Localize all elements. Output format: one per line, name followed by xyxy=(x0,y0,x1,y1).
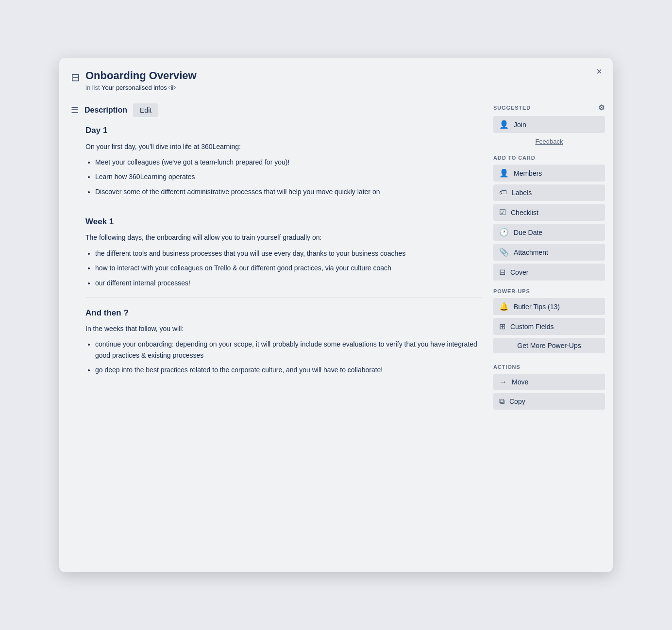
checklist-icon: ☑ xyxy=(499,208,506,217)
move-icon: → xyxy=(499,378,507,386)
join-label: Join xyxy=(514,121,526,129)
cover-icon: ⊟ xyxy=(499,267,505,277)
subtitle-prefix: in list xyxy=(85,84,100,92)
copy-button[interactable]: ⧉ Copy xyxy=(493,393,605,410)
list-link[interactable]: Your personalised infos xyxy=(101,84,167,92)
members-button[interactable]: 👤 Members xyxy=(493,165,605,182)
actions-section-title: ACTIONS xyxy=(493,364,605,370)
power-ups-section-title: POWER-UPS xyxy=(493,288,605,294)
section-andthen-intro: In the weeks that follow, you will: xyxy=(85,323,482,334)
get-more-button[interactable]: Get More Power-Ups xyxy=(493,338,605,353)
description-header: ☰ Description Edit xyxy=(71,103,482,117)
list-item: how to interact with your colleagues on … xyxy=(95,263,482,273)
custom-fields-button[interactable]: ⊞ Custom Fields xyxy=(493,318,605,335)
list-item: Learn how 360Learning operates xyxy=(95,171,482,182)
attachment-icon: 📎 xyxy=(499,248,509,257)
sidebar: SUGGESTED ⚙ 👤 Join Feedback ADD TO CARD … xyxy=(493,103,605,561)
divider xyxy=(85,297,482,298)
close-button[interactable]: × xyxy=(592,65,606,78)
copy-icon: ⧉ xyxy=(499,397,504,406)
clock-icon: 🕐 xyxy=(499,228,509,237)
actions-label: ACTIONS xyxy=(493,364,521,370)
modal-body: ☰ Description Edit Day 1 On your first d… xyxy=(71,103,605,561)
copy-label: Copy xyxy=(509,398,525,405)
butler-icon: 🔔 xyxy=(499,302,509,311)
custom-fields-icon: ⊞ xyxy=(499,322,505,331)
label-icon: 🏷 xyxy=(499,188,507,197)
modal-header: ⊟ Onboarding Overview in list Your perso… xyxy=(71,69,605,93)
title-area: Onboarding Overview in list Your persona… xyxy=(85,69,197,93)
list-item: go deep into the best practices related … xyxy=(95,365,482,375)
attachment-label: Attachment xyxy=(514,249,548,256)
section-day1-heading: Day 1 xyxy=(85,124,482,137)
main-content: ☰ Description Edit Day 1 On your first d… xyxy=(71,103,482,561)
due-date-label: Due Date xyxy=(514,229,542,236)
card-title: Onboarding Overview xyxy=(85,69,197,82)
due-date-button[interactable]: 🕐 Due Date xyxy=(493,224,605,241)
card-modal: × ⊟ Onboarding Overview in list Your per… xyxy=(59,58,613,572)
section-week1-heading: Week 1 xyxy=(85,215,482,228)
members-icon: 👤 xyxy=(499,168,509,178)
watch-icon[interactable]: 👁 xyxy=(168,84,176,92)
list-item: Discover some of the different administr… xyxy=(95,186,482,197)
section-day1-intro: On your first day, you'll dive into life… xyxy=(85,141,482,152)
join-button[interactable]: 👤 Join xyxy=(493,116,605,133)
divider xyxy=(85,206,482,206)
section-andthen-heading: And then ? xyxy=(85,306,482,319)
description-icon: ☰ xyxy=(71,105,79,116)
section-week1-bullets: the different tools and business process… xyxy=(95,248,482,288)
edit-button[interactable]: Edit xyxy=(133,103,158,117)
feedback-link[interactable]: Feedback xyxy=(493,136,605,147)
person-icon: 👤 xyxy=(499,120,509,129)
power-ups-label: POWER-UPS xyxy=(493,288,530,294)
section-week1-intro: The following days, the onboarding will … xyxy=(85,232,482,243)
custom-fields-label: Custom Fields xyxy=(510,323,554,331)
attachment-button[interactable]: 📎 Attachment xyxy=(493,244,605,261)
labels-button[interactable]: 🏷 Labels xyxy=(493,184,605,201)
butler-tips-button[interactable]: 🔔 Butler Tips (13) xyxy=(493,298,605,315)
move-label: Move xyxy=(512,378,528,386)
suggested-section-title: SUGGESTED ⚙ xyxy=(493,103,605,112)
list-item: Meet your colleagues (we've got a team-l… xyxy=(95,157,482,167)
description-content: Day 1 On your first day, you'll dive int… xyxy=(71,124,482,375)
cover-label: Cover xyxy=(510,268,528,276)
card-subtitle: in list Your personalised infos 👁 xyxy=(85,84,197,93)
butler-tips-label: Butler Tips (13) xyxy=(514,303,560,311)
section-andthen-bullets: continue your onboarding: depending on y… xyxy=(95,339,482,375)
description-title: Description xyxy=(84,106,127,115)
section-day1-bullets: Meet your colleagues (we've got a team-l… xyxy=(95,157,482,197)
gear-icon[interactable]: ⚙ xyxy=(598,103,605,112)
add-to-card-section-title: ADD TO CARD xyxy=(493,155,605,161)
checklist-label: Checklist xyxy=(511,209,538,216)
suggested-label: SUGGESTED xyxy=(493,105,531,111)
list-item: our different internal processes! xyxy=(95,278,482,288)
card-icon: ⊟ xyxy=(71,71,80,84)
add-to-card-label: ADD TO CARD xyxy=(493,155,535,161)
cover-button[interactable]: ⊟ Cover xyxy=(493,264,605,281)
labels-label: Labels xyxy=(512,189,532,197)
list-item: the different tools and business process… xyxy=(95,248,482,259)
move-button[interactable]: → Move xyxy=(493,374,605,390)
list-item: continue your onboarding: depending on y… xyxy=(95,339,482,361)
members-label: Members xyxy=(514,169,542,177)
checklist-button[interactable]: ☑ Checklist xyxy=(493,204,605,221)
